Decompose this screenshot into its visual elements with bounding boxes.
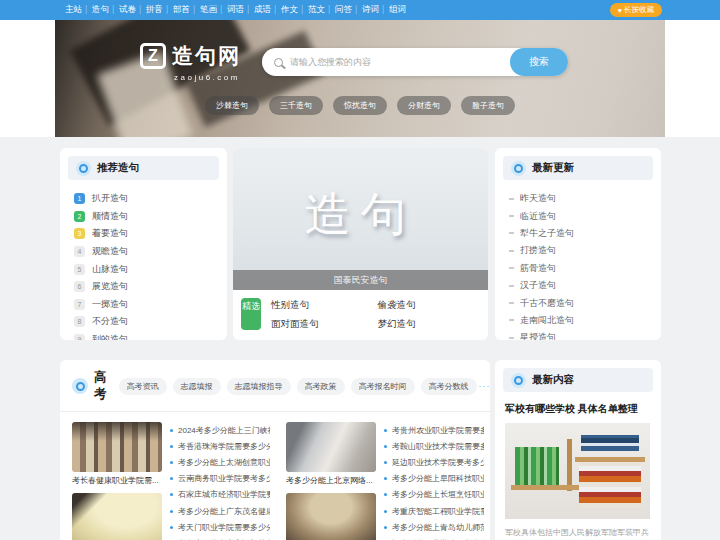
bookshelf-stacked-books xyxy=(579,462,641,508)
nav-item-home[interactable]: 主站 xyxy=(60,4,87,16)
nav-item-ciyu[interactable]: 词语 xyxy=(222,4,249,16)
article-item[interactable]: 考多少分能上长垣烹饪职业 xyxy=(384,487,484,503)
list-item[interactable]: 4观瞻造句 xyxy=(74,243,227,261)
list-item[interactable]: 8不分造句 xyxy=(74,313,227,331)
top-navbar: 主站 造句 试卷 拼音 部首 笔画 词语 成语 作文 范文 问答 诗词 组词 ♥… xyxy=(0,0,720,20)
featured-image[interactable]: 造句 国泰民安造句 xyxy=(233,148,488,290)
bookshelf-image[interactable] xyxy=(505,423,650,519)
rank-badge: 6 xyxy=(74,281,85,292)
list-item[interactable]: 犁牛之子造句 xyxy=(509,225,661,242)
bullet-icon xyxy=(170,461,173,464)
gaokao-tag[interactable]: 高考政策 xyxy=(297,378,345,395)
list-item[interactable]: 筋骨造句 xyxy=(509,260,661,277)
nav-item-chengyu[interactable]: 成语 xyxy=(249,4,276,16)
gaokao-tag[interactable]: 志愿填报指导 xyxy=(227,378,291,395)
bullet-icon xyxy=(170,526,173,529)
article-item[interactable]: 考贵州农业职业学院需要多 xyxy=(384,422,484,438)
rank-badge: 7 xyxy=(74,299,85,310)
gaokao-tag[interactable]: 志愿填报 xyxy=(173,378,221,395)
list-item[interactable]: 星授造句 xyxy=(509,329,661,340)
latest-content-header: 最新内容 xyxy=(503,368,653,392)
featured-link[interactable]: 偷袭造句 xyxy=(378,295,485,314)
list-item[interactable]: 1扒开造句 xyxy=(74,190,227,208)
article-item[interactable]: 考多少分能上广东江门幼儿 xyxy=(170,535,270,540)
recommend-header: 推荐造句 xyxy=(68,156,219,180)
site-logo[interactable]: Z 造句网 zaoju6.com xyxy=(140,42,241,82)
list-item[interactable]: 5山脉造句 xyxy=(74,260,227,278)
more-button[interactable]: ··· xyxy=(479,381,491,391)
article-item[interactable]: 考多少分能上青岛幼儿师范 xyxy=(384,519,484,535)
article-thumbnail[interactable] xyxy=(72,422,162,472)
bullet-icon xyxy=(170,429,173,432)
list-item[interactable]: 昨天造句 xyxy=(509,190,661,207)
list-item[interactable]: 9到的造句 xyxy=(74,331,227,340)
article-item[interactable]: 云南商务职业学院要考多少 xyxy=(170,471,270,487)
latest-updates-card: 最新更新 昨天造句 临近造句 犁牛之子造句 打捞造句 筋骨造句 汉子造句 千古不… xyxy=(495,148,661,340)
gaokao-card: 高考 高考资讯 志愿填报 志愿填报指导 高考政策 高考报名时间 高考分数线 ··… xyxy=(60,360,490,540)
bullet-icon xyxy=(509,198,514,200)
list-item[interactable]: 3着要造句 xyxy=(74,225,227,243)
nav-item-pinyin[interactable]: 拼音 xyxy=(141,4,168,16)
nav-item-fanwen[interactable]: 范文 xyxy=(303,4,330,16)
list-item[interactable]: 走南闯北造句 xyxy=(509,312,661,329)
nav-menu: 主站 造句 试卷 拼音 部首 笔画 词语 成语 作文 范文 问答 诗词 组词 xyxy=(60,4,411,16)
list-item[interactable]: 6展览造句 xyxy=(74,278,227,296)
nav-item-zaoju[interactable]: 造句 xyxy=(87,4,114,16)
search-input[interactable] xyxy=(290,57,510,67)
list-item[interactable]: 临近造句 xyxy=(509,207,661,224)
hot-tag[interactable]: 惊扰造句 xyxy=(333,96,387,115)
heart-icon: ♥ xyxy=(618,7,622,14)
list-item[interactable]: 汉子造句 xyxy=(509,277,661,294)
gaokao-tag[interactable]: 高考资讯 xyxy=(119,378,167,395)
favorite-button[interactable]: ♥ 长按收藏 xyxy=(610,3,662,17)
thumbnail-caption[interactable]: 考长春健康职业学院需... xyxy=(72,475,162,486)
article-item[interactable]: 考多少分能上太湖创意职业 xyxy=(170,454,270,470)
latest-content-title: 最新内容 xyxy=(532,373,574,387)
bookshelf-top-books xyxy=(581,435,639,451)
nav-item-zuci[interactable]: 组词 xyxy=(384,4,411,16)
gaokao-tag[interactable]: 高考分数线 xyxy=(421,378,477,395)
featured-link[interactable]: 面对面造句 xyxy=(271,314,378,333)
article-item[interactable]: 考香港珠海学院需要多少分 xyxy=(170,438,270,454)
article-item[interactable]: 河南测绘职业学院要考多少 xyxy=(384,535,484,540)
article-item[interactable]: 考鞍山职业技术学院需要多 xyxy=(384,438,484,454)
nav-item-zuowen[interactable]: 作文 xyxy=(276,4,303,16)
article-thumbnail[interactable] xyxy=(72,493,162,540)
search-button[interactable]: 搜索 xyxy=(510,48,568,76)
hot-tag[interactable]: 三千造句 xyxy=(269,96,323,115)
bullet-icon xyxy=(384,477,387,480)
list-item[interactable]: 千古不磨造句 xyxy=(509,294,661,311)
article-item[interactable]: 考多少分能上阜阳科技职业 xyxy=(384,471,484,487)
nav-item-shijuan[interactable]: 试卷 xyxy=(114,4,141,16)
list-item[interactable]: 2顺情造句 xyxy=(74,208,227,226)
bullet-icon xyxy=(509,267,514,269)
article-item[interactable]: 石家庄城市经济职业学院要 xyxy=(170,487,270,503)
article-title[interactable]: 军校有哪些学校 具体名单整理 xyxy=(495,400,661,416)
article-item[interactable]: 考天门职业学院需要多少分 xyxy=(170,519,270,535)
featured-caption[interactable]: 国泰民安造句 xyxy=(233,270,488,290)
bookshelf-green-books xyxy=(515,447,559,485)
article-item[interactable]: 考多少分能上广东茂名健康 xyxy=(170,503,270,519)
article-thumbnail[interactable] xyxy=(286,422,376,472)
article-thumbnail[interactable] xyxy=(286,493,376,540)
article-item[interactable]: 2024考多少分能上三门峡社 xyxy=(170,422,270,438)
article-item[interactable]: 延边职业技术学院要考多少 xyxy=(384,454,484,470)
article-item[interactable]: 考重庆智能工程职业学院需 xyxy=(384,503,484,519)
rank-badge: 9 xyxy=(74,334,85,340)
gaokao-tag[interactable]: 高考报名时间 xyxy=(351,378,415,395)
list-item[interactable]: 7一掷造句 xyxy=(74,296,227,314)
hot-tag[interactable]: 分财造句 xyxy=(397,96,451,115)
bullet-icon xyxy=(509,319,514,321)
gaokao-header: 高考 高考资讯 志愿填报 志愿填报指导 高考政策 高考报名时间 高考分数线 ··… xyxy=(60,360,490,403)
featured-link[interactable]: 性别造句 xyxy=(271,295,378,314)
nav-item-shici[interactable]: 诗词 xyxy=(357,4,384,16)
list-item[interactable]: 打捞造句 xyxy=(509,242,661,259)
nav-item-wenda[interactable]: 问答 xyxy=(330,4,357,16)
thumbnail-caption[interactable]: 考多少分能上北京网络... xyxy=(286,475,376,486)
nav-item-bushou[interactable]: 部首 xyxy=(168,4,195,16)
hot-tag-row: 沙棘造句 三千造句 惊扰造句 分财造句 脸子造句 xyxy=(55,96,665,115)
featured-link[interactable]: 梦幻造句 xyxy=(378,314,485,333)
hot-tag[interactable]: 脸子造句 xyxy=(461,96,515,115)
hot-tag[interactable]: 沙棘造句 xyxy=(205,96,259,115)
nav-item-bihua[interactable]: 笔画 xyxy=(195,4,222,16)
